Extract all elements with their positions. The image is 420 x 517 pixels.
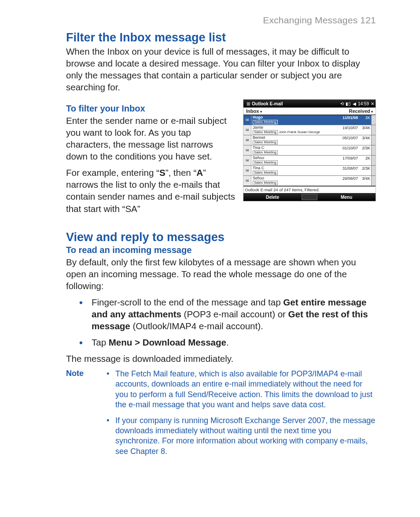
left-column: To filter your Inbox Enter the sender na… [66,97,235,219]
message-row[interactable]: ✉SehooSales Meeting29/08/073/4K [243,176,376,186]
scrollbar[interactable] [371,145,376,155]
bold: Menu > Download Message [109,337,226,347]
text: . [226,337,229,347]
note-item-2: If your company is running Microsoft Exc… [104,416,376,457]
note-block: Note The Fetch Mail feature, which is al… [66,369,376,462]
bullet-list: Finger-scroll to the end of the message … [66,296,376,348]
subheading-read: To read an incoming message [66,245,376,255]
scrollbar[interactable] [371,125,376,135]
message-row[interactable]: ✉JamieSales Meeting John Frank Susan Geo… [243,125,376,135]
intro-paragraph: When the Inbox on your device is full of… [66,45,376,93]
softkey-delete[interactable]: Delete [243,195,302,200]
running-header: Exchanging Messages 121 [66,15,376,26]
signal-icon: ▮▯ [346,101,351,106]
message-row[interactable]: ✉HugoSales Meeting11/01/082K [243,115,376,125]
softkey-bar: Delete Menu [243,193,376,201]
mail-icon: ✉ [243,115,251,125]
win-icon: ⊞ [247,101,250,106]
screenshot-titlebar: ⊞ Outlook E-mail ⟲ ▮▯ ◀ 14:59 ✕ [243,100,376,108]
message-row[interactable]: ✉Tina CSales Meeting31/08/072/3K [243,166,376,176]
after-paragraph: The message is downloaded immediately. [66,353,376,365]
status-bar: Outlook E-mail 24 of 247 Items, Filtered… [243,186,376,193]
filter-paragraph-2: For example, entering “S”, then “A” narr… [66,167,235,214]
softkey-menu[interactable]: Menu [317,195,376,200]
bold-a: A [196,167,203,178]
text: (Outlook/IMAP4 e-mail account). [130,321,263,331]
folder-dropdown[interactable]: Inbox [246,108,262,114]
volume-icon: ◀ [353,101,356,106]
mail-icon: ✉ [243,125,251,135]
two-column-block: To filter your Inbox Enter the sender na… [66,97,376,219]
text: Tap [92,337,109,347]
text: For example, entering “ [66,167,159,178]
keyboard-icon[interactable] [302,194,317,200]
scrollbar[interactable] [371,176,376,186]
bullet-item-1: Finger-scroll to the end of the message … [66,296,376,332]
message-row[interactable]: ✉BennetSales Meeting05/10/073/4K [243,135,376,145]
close-icon: ✕ [371,101,374,106]
mail-icon: ✉ [243,156,251,165]
message-row[interactable]: ✉SehooSales Meeting17/09/072K [243,156,376,166]
mail-icon: ✉ [243,166,251,175]
bold-s: S [159,167,166,178]
text: Finger-scroll to the end of the message … [92,297,283,307]
scrollbar[interactable] [371,166,376,175]
filter-paragraph-1: Enter the sender name or e-mail subject … [66,115,235,162]
message-list: ✉HugoSales Meeting11/01/082K✉JamieSales … [243,115,376,186]
page: Exchanging Messages 121 Filter the Inbox… [0,0,420,517]
screenshot-subbar: Inbox Received [243,108,376,115]
note-item-1: The Fetch Mail feature, which is also av… [104,369,376,410]
scrollbar[interactable] [371,135,376,145]
clock: 14:59 [358,101,369,106]
text: ”, then “ [166,167,197,178]
mail-icon: ✉ [243,135,251,145]
device-screenshot: ⊞ Outlook E-mail ⟲ ▮▯ ◀ 14:59 ✕ Inbox Re… [243,99,376,201]
scrollbar[interactable] [371,115,376,125]
sort-dropdown[interactable]: Received [349,108,373,114]
note-list: The Fetch Mail feature, which is also av… [104,369,376,462]
section-title-filter: Filter the Inbox message list [66,31,376,45]
sync-icon: ⟲ [340,101,344,106]
note-label: Note [66,369,101,462]
screenshot-title: Outlook E-mail [252,101,283,106]
scrollbar[interactable] [371,156,376,165]
section-title-view: View and reply to messages [66,231,376,244]
message-row[interactable]: ✉Tina CSales Meeting01/10/072/3K [243,145,376,156]
mail-icon: ✉ [243,145,251,155]
mail-icon: ✉ [243,176,251,186]
bullet-item-2: Tap Menu > Download Message. [66,336,376,348]
subheading-filter: To filter your Inbox [66,104,235,114]
view-intro: By default, only the first few kilobytes… [66,256,376,292]
text: (POP3 e-mail account) or [181,309,288,319]
